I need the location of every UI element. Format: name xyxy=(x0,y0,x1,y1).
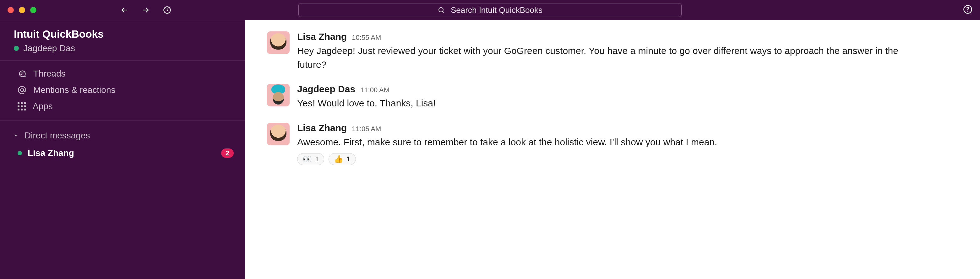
message-text: Yes! Would love to. Thanks, Lisa! xyxy=(297,96,925,110)
history-nav xyxy=(118,4,173,16)
workspace-name: Intuit QuickBooks xyxy=(14,28,234,40)
apps-icon xyxy=(18,102,26,111)
sidebar-item-label: Threads xyxy=(33,69,66,79)
workspace-header[interactable]: Intuit QuickBooks Jagdeep Das xyxy=(0,21,245,60)
help-icon xyxy=(963,5,972,14)
message-author[interactable]: Lisa Zhang xyxy=(297,32,347,42)
sidebar-section-dms: Direct messages Lisa Zhang 2 xyxy=(0,120,245,162)
threads-icon xyxy=(18,69,26,78)
message: Lisa Zhang 11:05 AM Awesome. First, make… xyxy=(267,123,958,165)
sidebar-item-threads[interactable]: Threads xyxy=(0,66,245,82)
message-author[interactable]: Lisa Zhang xyxy=(297,123,347,133)
search-icon xyxy=(438,6,445,14)
sidebar: Intuit QuickBooks Jagdeep Das Threads Me… xyxy=(0,20,245,279)
avatar[interactable] xyxy=(267,32,290,54)
svg-point-1 xyxy=(439,8,443,12)
message-timestamp: 10:55 AM xyxy=(352,33,381,42)
reaction-count: 1 xyxy=(315,155,319,163)
message-pane: Lisa Zhang 10:55 AM Hey Jagdeep! Just re… xyxy=(245,20,980,279)
thumbs-up-emoji-icon: 👍 xyxy=(334,155,343,163)
message-author[interactable]: Jagdeep Das xyxy=(297,84,355,95)
sidebar-item-apps[interactable]: Apps xyxy=(0,98,245,114)
history-button[interactable] xyxy=(161,4,173,16)
reaction-eyes[interactable]: 👀 1 xyxy=(297,153,324,165)
caret-down-icon xyxy=(13,132,19,139)
search-placeholder: Search Intuit QuickBooks xyxy=(451,5,542,15)
help-button[interactable] xyxy=(963,5,972,15)
message-timestamp: 11:05 AM xyxy=(352,125,381,133)
sidebar-nav: Threads Mentions & reactions Apps xyxy=(0,60,245,120)
window-minimize-button[interactable] xyxy=(19,7,25,13)
sidebar-item-label: Mentions & reactions xyxy=(33,85,115,95)
back-button[interactable] xyxy=(118,4,130,16)
arrow-right-icon xyxy=(142,6,150,14)
search-input[interactable]: Search Intuit QuickBooks xyxy=(298,3,682,17)
dm-item-name: Lisa Zhang xyxy=(28,148,74,158)
unread-badge: 2 xyxy=(221,149,234,158)
message-text: Hey Jagdeep! Just reviewed your ticket w… xyxy=(297,44,925,71)
mentions-icon xyxy=(18,86,26,95)
reaction-count: 1 xyxy=(347,155,350,163)
window-maximize-button[interactable] xyxy=(30,7,37,13)
reaction-thumbs-up[interactable]: 👍 1 xyxy=(329,153,356,165)
message: Jagdeep Das 11:00 AM Yes! Would love to.… xyxy=(267,84,958,110)
svg-point-4 xyxy=(21,89,23,91)
presence-active-icon xyxy=(18,151,22,155)
eyes-emoji-icon: 👀 xyxy=(302,155,312,163)
titlebar: Search Intuit QuickBooks xyxy=(0,0,980,20)
sidebar-item-mentions[interactable]: Mentions & reactions xyxy=(0,82,245,98)
dm-item-lisa-zhang[interactable]: Lisa Zhang 2 xyxy=(0,144,245,162)
forward-button[interactable] xyxy=(140,4,152,16)
message: Lisa Zhang 10:55 AM Hey Jagdeep! Just re… xyxy=(267,32,958,71)
reactions: 👀 1 👍 1 xyxy=(297,153,958,165)
avatar[interactable] xyxy=(267,84,290,106)
arrow-left-icon xyxy=(120,6,129,14)
message-text: Awesome. First, make sure to remember to… xyxy=(297,135,925,149)
svg-point-3 xyxy=(967,11,968,12)
window-controls xyxy=(8,7,37,13)
sidebar-item-label: Apps xyxy=(33,101,53,111)
dm-section-label: Direct messages xyxy=(24,130,90,141)
avatar[interactable] xyxy=(267,123,290,145)
presence-active-icon xyxy=(14,46,19,51)
current-user-status: Jagdeep Das xyxy=(14,43,234,53)
clock-icon xyxy=(163,6,172,14)
message-timestamp: 11:00 AM xyxy=(360,86,390,94)
current-user-name: Jagdeep Das xyxy=(23,43,75,53)
dm-section-header[interactable]: Direct messages xyxy=(0,127,245,144)
window-close-button[interactable] xyxy=(8,7,14,13)
